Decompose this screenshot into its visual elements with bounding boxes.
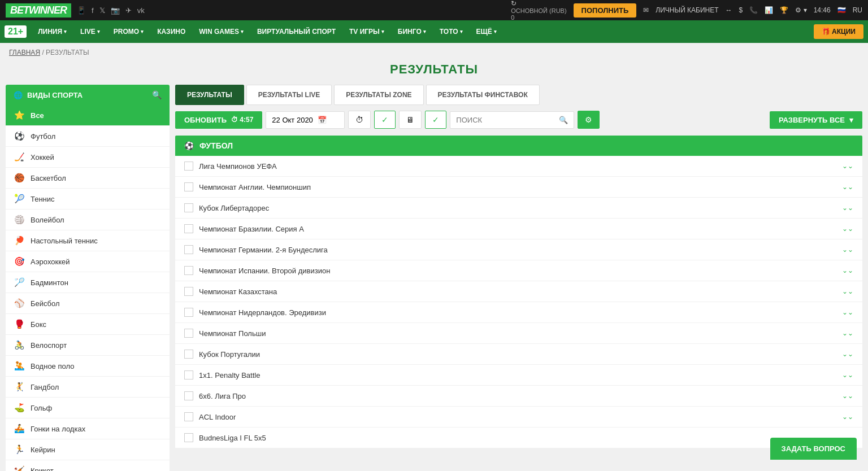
sidebar-item-бейсбол[interactable]: ⚾Бейсбол xyxy=(6,293,170,314)
tab-results-finstav[interactable]: РЕЗУЛЬТАТЫ ФИНСТАВОК xyxy=(426,85,540,105)
nav-item-casino[interactable]: КАЗИНО xyxy=(150,20,192,43)
settings-icon[interactable]: ⚙ ▾ xyxy=(795,6,806,14)
mail-icon[interactable]: ✉ xyxy=(643,6,649,14)
football-sport-icon: ⚽ xyxy=(184,141,194,150)
league-row[interactable]: Кубок Либертадорес ⌄⌄ xyxy=(175,198,862,219)
league-row[interactable]: 6х6. Лига Про ⌄⌄ xyxy=(175,386,862,407)
date-picker[interactable]: 22 Окт 2020 📅 xyxy=(266,111,345,129)
instagram-icon[interactable]: 📷 xyxy=(111,6,120,15)
league-checkbox-8[interactable] xyxy=(184,329,193,338)
league-row[interactable]: 1х1. Penalty Battle ⌄⌄ xyxy=(175,365,862,386)
nav-item-wingames[interactable]: WIN GAMES ▾ xyxy=(192,20,250,43)
nav-item-live[interactable]: LIVE ▾ xyxy=(73,20,107,43)
nav-item-toto[interactable]: ТОТО ▾ xyxy=(433,20,470,43)
lang-selector[interactable]: RU xyxy=(853,6,862,14)
facebook-icon[interactable]: f xyxy=(92,6,94,15)
sidebar-item-бадминтон[interactable]: 🏸Бадминтон xyxy=(6,272,170,293)
sidebar-item-настольный-теннис[interactable]: 🏓Настольный теннис xyxy=(6,230,170,251)
check2-filter-btn[interactable]: ✓ xyxy=(425,111,446,129)
league-checkbox-3[interactable] xyxy=(184,224,193,233)
sport-label-2: Хоккей xyxy=(31,153,54,162)
sidebar-item-кейрин[interactable]: 🏃Кейрин xyxy=(6,439,170,460)
league-checkbox-1[interactable] xyxy=(184,182,193,191)
sport-label-7: Аэрохоккей xyxy=(31,258,70,266)
refresh-icon[interactable]: ↻ xyxy=(511,0,517,7)
tab-results-live[interactable]: РЕЗУЛЬТАТЫ LIVE xyxy=(246,85,332,105)
league-checkbox-13[interactable] xyxy=(184,433,193,442)
expand-all-button[interactable]: РАЗВЕРНУТЬ ВСЕ ▾ xyxy=(770,111,862,129)
sport-icon-9: ⚾ xyxy=(14,298,25,308)
nav-item-promo[interactable]: PROMO ▾ xyxy=(107,20,150,43)
league-checkbox-12[interactable] xyxy=(184,412,193,421)
sidebar-search-icon[interactable]: 🔍 xyxy=(152,90,162,99)
sidebar-item-баскетбол[interactable]: 🏀Баскетбол xyxy=(6,168,170,189)
deposit-button[interactable]: ПОПОЛНИТЬ xyxy=(574,3,637,18)
league-row[interactable]: BudnesLiga I FL 5x5 ⌄⌄ xyxy=(175,428,862,448)
check-filter-btn[interactable]: ✓ xyxy=(374,111,396,129)
breadcrumb-home[interactable]: ГЛАВНАЯ xyxy=(9,49,40,56)
sport-icon-10: 🥊 xyxy=(14,319,25,329)
trophy-icon[interactable]: 🏆 xyxy=(780,6,788,14)
transfer-icon[interactable]: ↔ xyxy=(726,6,732,14)
sidebar-item-футбол[interactable]: ⚽Футбол xyxy=(6,126,170,147)
cabinet-label[interactable]: ЛИЧНЫЙ КАБИНЕТ xyxy=(656,6,718,14)
sidebar-item-бокс[interactable]: 🥊Бокс xyxy=(6,314,170,335)
sidebar-item-все[interactable]: ⭐Все xyxy=(6,105,170,126)
sidebar-item-теннис[interactable]: 🎾Теннис xyxy=(6,189,170,210)
league-row[interactable]: Чемпионат Англии. Чемпионшип ⌄⌄ xyxy=(175,177,862,198)
clock-filter-btn[interactable]: ⏱ xyxy=(348,111,371,129)
flag-icon: 🇷🇺 xyxy=(837,6,846,14)
league-checkbox-4[interactable] xyxy=(184,245,193,254)
nav-akcii-button[interactable]: 🎁 АКЦИИ xyxy=(814,24,863,39)
league-row[interactable]: Чемпионат Испании. Второй дивизион ⌄⌄ xyxy=(175,260,862,281)
mobile-icon[interactable]: 📱 xyxy=(77,6,86,15)
vk-icon[interactable]: vk xyxy=(137,6,145,15)
nav-item-liniya[interactable]: ЛИНИЯ ▾ xyxy=(31,20,73,43)
sidebar-item-хоккей[interactable]: 🏒Хоккей xyxy=(6,147,170,168)
telegram-icon[interactable]: ✈ xyxy=(125,6,132,15)
chat-button[interactable]: ЗАДАТЬ ВОПРОС xyxy=(770,438,857,460)
twitter-icon[interactable]: 𝕏 xyxy=(99,6,105,15)
nav-item-virtual[interactable]: ВИРТУАЛЬНЫЙ СПОРТ xyxy=(250,20,342,43)
sidebar-item-гандбол[interactable]: 🤾Гандбол xyxy=(6,377,170,398)
nav-item-more[interactable]: ЕЩЁ ▾ xyxy=(470,20,504,43)
league-checkbox-2[interactable] xyxy=(184,203,193,212)
nav-item-bingo[interactable]: БИНГО ▾ xyxy=(391,20,433,43)
league-checkbox-11[interactable] xyxy=(184,391,193,400)
league-row[interactable]: Чемпионат Нидерландов. Эредивизи ⌄⌄ xyxy=(175,302,862,323)
update-button[interactable]: ОБНОВИТЬ ⏱ 4:57 xyxy=(175,111,262,129)
monitor-filter-btn[interactable]: 🖥 xyxy=(399,111,422,129)
league-checkbox-9[interactable] xyxy=(184,350,193,359)
phone-icon[interactable]: 📞 xyxy=(749,6,758,14)
league-checkbox-10[interactable] xyxy=(184,370,193,380)
tab-results[interactable]: РЕЗУЛЬТАТЫ xyxy=(175,85,244,105)
search-box[interactable]: 🔍 xyxy=(450,111,574,129)
sidebar-item-волейбол[interactable]: 🏐Волейбол xyxy=(6,210,170,230)
settings-filter-btn[interactable]: ⚙ xyxy=(578,111,600,129)
league-row[interactable]: Кубок Португалии ⌄⌄ xyxy=(175,344,862,365)
league-row[interactable]: Чемпионат Бразилии. Серия А ⌄⌄ xyxy=(175,219,862,239)
sidebar-item-аэрохоккей[interactable]: 🎯Аэрохоккей xyxy=(6,251,170,272)
sidebar-item-велоспорт[interactable]: 🚴Велоспорт xyxy=(6,335,170,356)
league-row[interactable]: Чемпионат Германии. 2-я Бундеслига ⌄⌄ xyxy=(175,239,862,260)
sidebar-item-гольф[interactable]: ⛳Гольф xyxy=(6,398,170,418)
league-checkbox-6[interactable] xyxy=(184,287,193,296)
league-row[interactable]: ACL Indoor ⌄⌄ xyxy=(175,407,862,428)
league-checkbox-0[interactable] xyxy=(184,162,193,171)
nav-item-tv[interactable]: TV ИГРЫ ▾ xyxy=(342,20,391,43)
search-input[interactable] xyxy=(456,116,555,124)
time-display: 14:46 xyxy=(814,6,831,14)
league-row[interactable]: Чемпионат Казахстана ⌄⌄ xyxy=(175,281,862,302)
stats-icon[interactable]: 📊 xyxy=(765,6,773,14)
sidebar-item-гонки-на-лодках[interactable]: 🚣Гонки на лодках xyxy=(6,418,170,439)
league-name-13: BudnesLiga I FL 5x5 xyxy=(199,434,836,442)
league-row[interactable]: Лига Чемпионов УЕФА ⌄⌄ xyxy=(175,156,862,177)
tab-results-zone[interactable]: РЕЗУЛЬТАТЫ ZONE xyxy=(334,85,423,105)
league-checkbox-5[interactable] xyxy=(184,266,193,275)
league-row[interactable]: Чемпионат Польши ⌄⌄ xyxy=(175,323,862,344)
league-checkbox-7[interactable] xyxy=(184,308,193,317)
sidebar-item-водное-поло[interactable]: 🤽Водное поло xyxy=(6,356,170,377)
sport-label-0: Все xyxy=(31,111,44,120)
currency-icon[interactable]: $ xyxy=(739,6,743,14)
sidebar-item-крикет[interactable]: 🏏Крикет xyxy=(6,460,170,471)
